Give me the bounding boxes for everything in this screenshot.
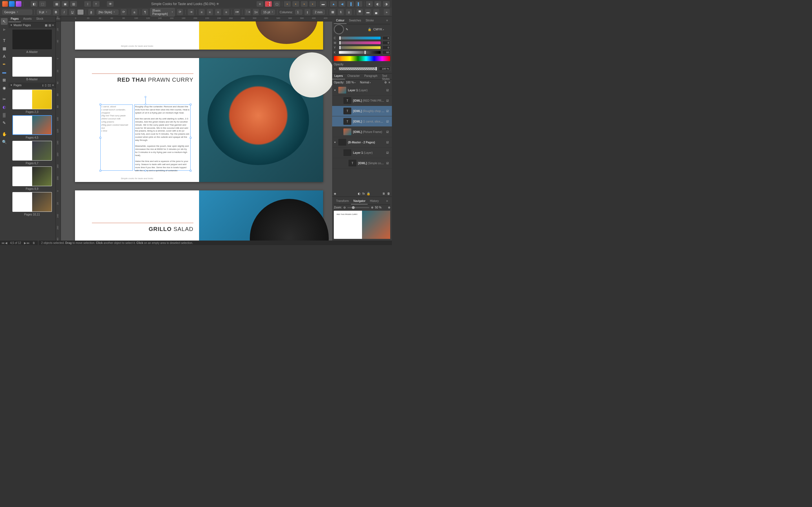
photo-app-icon[interactable]: [9, 1, 15, 7]
zoom-out-icon[interactable]: ⊖: [343, 206, 346, 209]
overflow-menu-icon[interactable]: »: [384, 9, 390, 15]
pages-menu-icon[interactable]: ≡: [52, 83, 54, 87]
table-tool-icon[interactable]: ▦: [1, 45, 8, 52]
typography-icon[interactable]: a: [132, 9, 137, 15]
layer-visibility-checkbox[interactable]: ☑: [386, 151, 390, 154]
add-page-icon[interactable]: 🗎: [33, 241, 35, 244]
italic-button[interactable]: I: [61, 9, 67, 15]
forward-one-icon[interactable]: ▪: [301, 1, 308, 7]
transform-tab[interactable]: Transform: [334, 199, 351, 205]
cyan-slider[interactable]: [339, 37, 380, 40]
layer-item[interactable]: T[IDML] (Roughly chop the c☑: [332, 106, 392, 116]
panel-menu-icon[interactable]: ≡: [384, 199, 390, 205]
update-para-style-icon[interactable]: ⟳: [177, 9, 183, 15]
align-left-icon[interactable]: ▐: [347, 1, 354, 7]
para-style-dropdown[interactable]: [Basic Paragraph]: [150, 8, 175, 16]
lock-layer-icon[interactable]: 🔒: [366, 192, 370, 195]
assets-tab[interactable]: Assets: [21, 16, 34, 22]
spread-2-3[interactable]: Simple cooks for taste and looks: [75, 21, 323, 50]
flip-h-icon[interactable]: ▲: [330, 1, 337, 7]
spread-8-9-thumb[interactable]: Pages 8,9: [8, 166, 56, 190]
master-options-icon[interactable]: ▦: [45, 24, 47, 27]
vert-align-bot-icon[interactable]: ▄: [373, 9, 379, 15]
pages-facing-icon[interactable]: ▯▯: [48, 83, 51, 87]
vertical-ruler[interactable]: -40-20-20-400204060801001201401601802000…: [56, 21, 61, 240]
zoom-tool-icon[interactable]: 🔍: [1, 138, 8, 145]
pages-single-icon[interactable]: ▯: [45, 83, 47, 87]
pages-tab[interactable]: Pages: [8, 16, 21, 22]
boolean-int-icon[interactable]: ◑: [383, 1, 390, 7]
layer-item[interactable]: ▼(B-Master - 2 Pages) ☑: [332, 137, 392, 148]
last-page-icon[interactable]: ⏭: [27, 241, 30, 244]
pen-tool-icon[interactable]: ✒: [1, 61, 8, 68]
canvas[interactable]: mm 0204060801001201401601802002202402602…: [56, 16, 332, 240]
resize-handle[interactable]: [145, 104, 146, 105]
preview-mode-icon[interactable]: 👁: [107, 1, 114, 7]
doc-setup-icon[interactable]: ▦: [53, 1, 60, 7]
publisher-app-icon[interactable]: [16, 1, 21, 7]
zoom-value[interactable]: 50 %: [375, 206, 386, 209]
pan-tool-icon[interactable]: ✋: [1, 131, 8, 137]
align-justify-text-icon[interactable]: ≡: [223, 9, 229, 15]
frame-options-1-icon[interactable]: ▦: [329, 9, 336, 15]
swatches-tab[interactable]: Swatches: [347, 18, 363, 24]
spread-setup-icon[interactable]: ▥: [70, 1, 77, 7]
layer-item[interactable]: Layer 1 (Layer)☑: [332, 148, 392, 158]
leading-dropdown[interactable]: 15 pt: [261, 10, 275, 15]
add-layer-icon[interactable]: 🗎: [382, 192, 386, 195]
stroke-tab[interactable]: Stroke: [363, 18, 376, 24]
eyedropper-icon[interactable]: ✎: [346, 27, 348, 31]
columns-input[interactable]: 1: [295, 10, 303, 15]
transparency-tool-icon[interactable]: ▒: [1, 112, 8, 118]
align-right-text-icon[interactable]: ≡: [215, 9, 221, 15]
anchor-icon[interactable]: ⟟: [84, 1, 91, 7]
layer-item[interactable]: ▼Layer 1 (Layer)☑: [332, 85, 392, 96]
layer-visibility-checkbox[interactable]: ☑: [386, 110, 390, 113]
resize-handle[interactable]: [190, 170, 192, 172]
layer-item[interactable]: T[IDML] (1 carrot, sliced ¶1 t☑: [332, 116, 392, 127]
master-a-thumb[interactable]: A-Master: [12, 30, 52, 54]
spread-10-11-thumb[interactable]: Pages 10,11: [8, 192, 56, 216]
layer-settings-icon[interactable]: ⚙: [384, 81, 387, 84]
baseline-icon[interactable]: ⫯: [93, 1, 100, 7]
bold-button[interactable]: B: [53, 9, 59, 15]
first-page-icon[interactable]: ⏮: [2, 241, 4, 244]
resize-handle[interactable]: [190, 137, 192, 138]
update-char-style-icon[interactable]: ⟳: [121, 9, 126, 15]
cyan-value[interactable]: 0: [382, 36, 390, 40]
layer-item[interactable]: T[IDML] (Simple cooks for☑: [332, 158, 392, 168]
stock-tab[interactable]: Stock: [34, 16, 45, 22]
fx-icon[interactable]: fx: [362, 192, 365, 195]
spread-6-7[interactable]: GRILLO SALAD: [75, 190, 323, 240]
adjustment-icon[interactable]: ◐: [358, 192, 361, 195]
delete-layer-icon[interactable]: 🗑: [387, 192, 390, 195]
master-add-icon[interactable]: ▤: [49, 24, 51, 27]
frame-options-3-icon[interactable]: ⫼: [346, 9, 352, 15]
bullet-list-icon[interactable]: ⋮≡: [245, 9, 251, 15]
pages-section-header[interactable]: ▼ Pages ⫿ ▯ ▯▯ ≡: [8, 82, 56, 88]
vector-crop-tool-icon[interactable]: ✂: [1, 96, 8, 103]
picture-frame-tool-icon[interactable]: ⊠: [1, 76, 8, 83]
persona-1-icon[interactable]: ◧: [31, 1, 38, 7]
next-page-icon[interactable]: ▶: [24, 241, 26, 244]
layer-visibility-checkbox[interactable]: ☑: [386, 130, 390, 133]
master-b-thumb[interactable]: B-Master: [12, 57, 52, 81]
pages-view-icon[interactable]: ⫿: [42, 83, 44, 87]
layer-visibility-checkbox[interactable]: ☑: [386, 120, 390, 123]
layer-visibility-checkbox[interactable]: ☑: [386, 99, 390, 102]
horizontal-ruler[interactable]: 0204060801001201401601802002202402602803…: [61, 16, 332, 21]
spread-4-5-thumb[interactable]: Pages 4,5: [8, 115, 56, 139]
vert-align-top-icon[interactable]: ▀: [357, 9, 363, 15]
layers-tab[interactable]: Layers: [332, 73, 345, 79]
layer-visibility-checkbox[interactable]: ☑: [386, 141, 390, 144]
colour-well[interactable]: [334, 24, 344, 34]
layer-panel-menu-icon[interactable]: ≡: [389, 81, 390, 84]
zoom-slider[interactable]: [347, 207, 369, 208]
rotate-handle[interactable]: [145, 96, 146, 98]
spread-6-7-thumb[interactable]: Pages 6,7: [8, 141, 56, 165]
resize-handle[interactable]: [100, 170, 101, 172]
flip-v-icon[interactable]: ◀: [339, 1, 345, 7]
more-align-icon[interactable]: ≡▾: [234, 9, 240, 15]
layer-visibility-checkbox[interactable]: ☑: [386, 89, 390, 92]
underline-button[interactable]: U: [69, 9, 75, 15]
